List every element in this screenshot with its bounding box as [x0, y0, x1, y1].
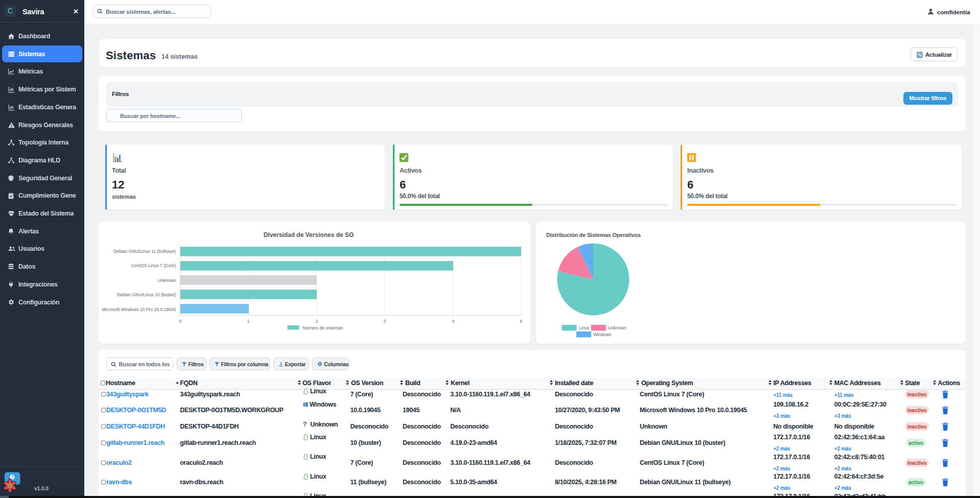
svg-text:Unknown: Unknown: [158, 278, 176, 283]
svg-text:?: ?: [11, 475, 13, 480]
svg-text:CentOS Linux 7 (Core): CentOS Linux 7 (Core): [131, 263, 176, 268]
svg-text:Distribución de Sistemas Opera: Distribución de Sistemas Operativos: [546, 232, 641, 238]
svg-text:Debian GNU/Linux 10 (buster): Debian GNU/Linux 10 (buster): [117, 292, 176, 297]
svg-text:Diversidad de Versiones de SO: Diversidad de Versiones de SO: [264, 231, 354, 239]
svg-text:5: 5: [520, 319, 523, 324]
svg-text:Debian GNU/Linux 11 (bullseye): Debian GNU/Linux 11 (bullseye): [113, 249, 176, 254]
svg-text:Número de sistemas: Número de sistemas: [303, 325, 343, 330]
svg-text:Microsoft Windows 10 Pro 10.0.: Microsoft Windows 10 Pro 10.0.19045: [102, 307, 176, 312]
svg-text:4: 4: [452, 319, 455, 324]
svg-text:0: 0: [179, 319, 182, 324]
svg-text:2: 2: [316, 319, 318, 324]
svg-text:3: 3: [384, 319, 386, 324]
svg-text:Unknown: Unknown: [608, 325, 626, 330]
svg-text:1: 1: [247, 319, 250, 324]
svg-text:Linux: Linux: [579, 325, 590, 330]
svg-text:Windows: Windows: [594, 332, 612, 337]
